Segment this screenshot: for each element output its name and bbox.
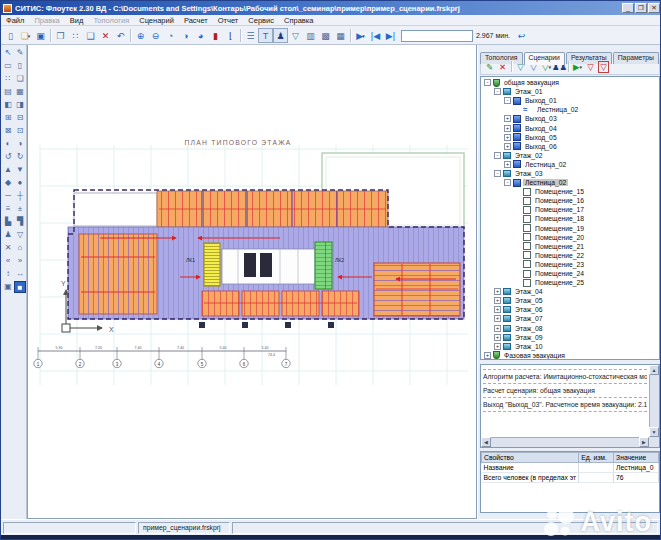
zoom-prev-icon[interactable]: ◑ — [178, 28, 193, 43]
menu-Сервис[interactable]: Сервис — [243, 16, 279, 25]
grid-result-icon[interactable]: ▦ — [333, 28, 348, 43]
draw-tool-15-icon[interactable]: ◐ — [2, 138, 14, 150]
draw-tool-27-icon[interactable]: ▙ — [2, 216, 14, 228]
tree-item[interactable]: -Лестница_02 — [482, 178, 659, 187]
log-vertical-scrollbar[interactable]: ▲ ▼ — [649, 365, 659, 437]
tree-item[interactable]: -Этаж_02 — [482, 151, 659, 160]
prop-row[interactable]: НазваниеЛестница_0 — [482, 463, 659, 473]
draw-tool-29-icon[interactable]: ♟ — [2, 229, 14, 241]
expand-icon[interactable]: + — [494, 288, 501, 295]
tree-item[interactable]: +Этаж_08 — [482, 324, 659, 333]
expand-icon[interactable]: + — [504, 115, 511, 122]
tree-item[interactable]: -Этаж_03 — [482, 169, 659, 178]
paste-icon[interactable]: ❑ — [83, 28, 98, 43]
stop-shield-boxed-icon[interactable]: ▽ — [597, 60, 610, 73]
draw-tool-30-icon[interactable]: ▽ — [14, 229, 26, 241]
step-forward-icon[interactable]: ▶| — [383, 28, 398, 43]
expand-icon[interactable]: + — [504, 143, 511, 150]
floor-view-icon[interactable]: ⌊ — [223, 28, 238, 43]
draw-tool-16-icon[interactable]: ◑ — [14, 138, 26, 150]
tree-item[interactable]: -Выход_01 — [482, 96, 659, 105]
tree-item[interactable]: +Этаж_06 — [482, 305, 659, 314]
draw-tool-8-icon[interactable]: ▦ — [14, 86, 26, 98]
draw-tool-20-icon[interactable]: ▼ — [14, 164, 26, 176]
draw-tool-12-icon[interactable]: ⊟ — [14, 112, 26, 124]
draw-tool-5-icon[interactable]: ∷ — [2, 73, 14, 85]
scroll-down-icon[interactable]: ▼ — [649, 427, 659, 437]
tree-item[interactable]: Помещение_25 — [482, 278, 659, 287]
draw-tool-28-icon[interactable]: ▜ — [14, 216, 26, 228]
tree-item[interactable]: +Выход_05 — [482, 133, 659, 142]
tree-item[interactable]: Помещение_21 — [482, 242, 659, 251]
draw-tool-18-icon[interactable]: ↻ — [14, 151, 26, 163]
minimize-button[interactable]: _ — [622, 3, 634, 13]
tree-item[interactable]: +Фазовая эвакуация — [482, 351, 659, 360]
expand-icon[interactable]: + — [484, 352, 491, 359]
draw-tool-7-icon[interactable]: ▤ — [2, 86, 14, 98]
draw-tool-37-icon[interactable]: ▣ — [2, 281, 14, 293]
draw-tool-22-icon[interactable]: ● — [14, 177, 26, 189]
expand-icon[interactable]: + — [504, 134, 511, 141]
draw-tool-25-icon[interactable]: ≡ — [2, 203, 14, 215]
open-file-icon[interactable]: ❏▾ — [18, 28, 33, 43]
list-icon[interactable]: ☰ — [243, 28, 258, 43]
tree-item[interactable]: -общая эвакуация — [482, 78, 659, 87]
draw-tool-3-icon[interactable]: ▭ — [2, 60, 14, 72]
expand-icon[interactable]: + — [494, 297, 501, 304]
solid-view-icon[interactable]: ▩ — [318, 28, 333, 43]
menu-Справка[interactable]: Справка — [279, 16, 318, 25]
draw-tool-17-icon[interactable]: ↺ — [2, 151, 14, 163]
collapse-icon[interactable]: - — [504, 97, 511, 104]
tree-item[interactable]: Помещение_15 — [482, 187, 659, 196]
tree-item[interactable]: +Этаж_05 — [482, 296, 659, 305]
draw-tool-13-icon[interactable]: ⊠ — [2, 125, 14, 137]
draw-tool-31-icon[interactable]: ✕ — [2, 242, 14, 254]
time-input[interactable] — [401, 30, 473, 42]
draw-tool-10-icon[interactable]: ◨ — [14, 99, 26, 111]
edit-scenario-icon[interactable]: ✎ — [483, 60, 496, 73]
draw-tool-9-icon[interactable]: ◧ — [2, 99, 14, 111]
collapse-icon[interactable]: - — [494, 170, 501, 177]
close-button[interactable]: ✕ — [648, 3, 660, 13]
zoom-in-icon[interactable]: ⊕ — [133, 28, 148, 43]
tree-item[interactable]: Помещение_22 — [482, 251, 659, 260]
tree-item[interactable]: +Этаж_10 — [482, 342, 659, 351]
menu-Сценарий[interactable]: Сценарий — [134, 16, 179, 25]
zoom-all-icon[interactable]: ◕ — [193, 28, 208, 43]
draw-tool-1-icon[interactable]: ↖ — [2, 47, 14, 59]
draw-tool-2-icon[interactable]: ✎ — [14, 47, 26, 59]
prop-row[interactable]: Всего человек (в пределах эт76 — [482, 473, 659, 483]
drawing-canvas[interactable]: ПЛАН ТИПОВОГО ЭТАЖА — [27, 45, 477, 519]
menu-Файл[interactable]: Файл — [1, 16, 29, 25]
tree-item[interactable]: Помещение_19 — [482, 224, 659, 233]
tree-item[interactable]: Помещение_17 — [482, 205, 659, 214]
expand-icon[interactable]: + — [494, 315, 501, 322]
draw-tool-19-icon[interactable]: ▲ — [2, 164, 14, 176]
grid-view-icon[interactable]: ▥ — [303, 28, 318, 43]
tree-item[interactable]: Помещение_20 — [482, 233, 659, 242]
tree-item[interactable]: Помещение_16 — [482, 196, 659, 205]
menu-Отчет[interactable]: Отчет — [213, 16, 244, 25]
draw-tool-32-icon[interactable]: ⌂ — [14, 242, 26, 254]
step-back-icon[interactable]: |◀ — [368, 28, 383, 43]
delete-scenario-icon[interactable]: ✕ — [496, 60, 509, 73]
expand-icon[interactable]: + — [504, 125, 511, 132]
tree-item[interactable]: ≈Лестница_02 — [482, 105, 659, 114]
menu-Расчет[interactable]: Расчет — [179, 16, 213, 25]
tree-item[interactable]: Помещение_24 — [482, 269, 659, 278]
draw-tool-38-icon[interactable]: ■ — [14, 281, 26, 293]
text-tool-icon[interactable]: T — [258, 28, 273, 43]
collapse-icon[interactable]: - — [484, 79, 491, 86]
draw-tool-36-icon[interactable]: ↔ — [14, 268, 26, 280]
collapse-icon[interactable]: - — [494, 152, 501, 159]
tree-item[interactable]: +Этаж_07 — [482, 314, 659, 323]
tree-item[interactable]: +Выход_03 — [482, 114, 659, 123]
draw-tool-26-icon[interactable]: ± — [14, 203, 26, 215]
shield-tool-icon[interactable]: ▽ — [288, 28, 303, 43]
refresh-icon[interactable]: ↩ — [514, 28, 529, 43]
draw-tool-23-icon[interactable]: ─ — [2, 190, 14, 202]
expand-icon[interactable]: + — [504, 161, 511, 168]
expand-icon[interactable]: + — [494, 334, 501, 341]
collapse-icon[interactable]: - — [504, 179, 511, 186]
play-icon[interactable]: ▶▾ — [353, 28, 368, 43]
